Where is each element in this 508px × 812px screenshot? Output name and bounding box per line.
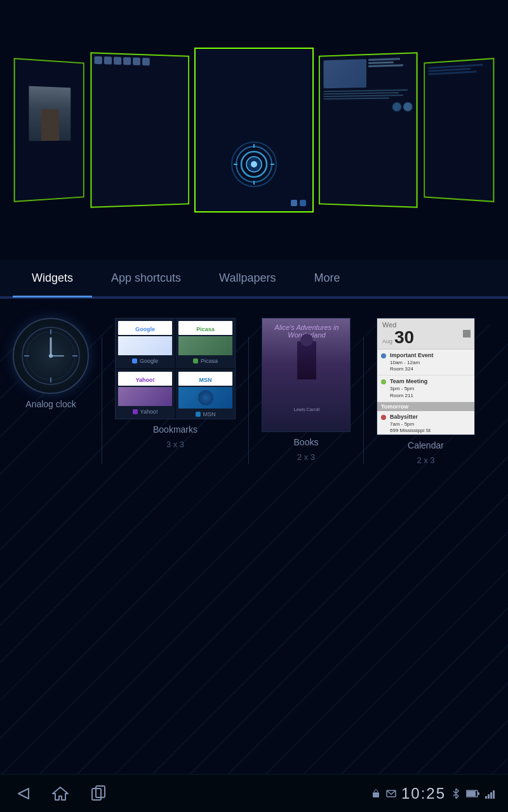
android-icon bbox=[371, 789, 381, 799]
photo-person bbox=[41, 109, 59, 141]
svg-rect-32 bbox=[490, 792, 492, 799]
far-right-content bbox=[425, 59, 493, 79]
bookmark-cell-picasa: Picasa Picasa bbox=[176, 318, 235, 368]
svg-rect-33 bbox=[493, 790, 495, 799]
divider-1 bbox=[102, 337, 102, 464]
mini-icon bbox=[133, 58, 141, 65]
google-text: Google bbox=[135, 326, 155, 332]
google-label: Google bbox=[118, 357, 172, 365]
preview-panel-far-left[interactable] bbox=[14, 58, 84, 202]
preview-panel-near-left[interactable] bbox=[91, 52, 190, 208]
book-figure-body bbox=[297, 341, 316, 379]
yahoo-logo-bg: Yahoo! bbox=[118, 372, 172, 386]
tabs-bar: Widgets App shortcuts Wallpapers More bbox=[0, 260, 508, 298]
tab-more-label: More bbox=[314, 272, 340, 284]
far-right-lines bbox=[428, 63, 489, 75]
analog-clock-face bbox=[13, 318, 89, 394]
tomorrow-event-location: 699 Mississippi St bbox=[390, 428, 431, 434]
svg-point-17 bbox=[49, 354, 53, 358]
svg-point-4 bbox=[251, 161, 257, 167]
preview-panel-near-right[interactable] bbox=[319, 52, 418, 208]
rpc-body-line-4 bbox=[323, 97, 389, 100]
event-1-title: Important Event bbox=[390, 352, 434, 360]
widget-calendar[interactable]: Wed Aug 30 Important Event 10am - 12am bbox=[377, 318, 475, 465]
books-thumb: Alice's Adventures in Wonderland Lewis C… bbox=[262, 318, 351, 432]
mini-icon bbox=[104, 56, 112, 65]
globe-icon bbox=[198, 390, 213, 405]
rpc-body bbox=[323, 89, 412, 112]
yahoo-icon-dot bbox=[133, 409, 138, 414]
widget-books[interactable]: Alice's Adventures in Wonderland Lewis C… bbox=[262, 318, 351, 462]
tab-more[interactable]: More bbox=[295, 260, 359, 296]
cal-month-day: Wed Aug 30 bbox=[382, 321, 414, 346]
picasa-label: Picasa bbox=[178, 357, 232, 365]
preview-panel-center[interactable] bbox=[194, 48, 313, 213]
calendar-event-1: Important Event 10am - 12am Room 324 bbox=[377, 350, 475, 376]
widget-bookmarks[interactable]: Google Google Picasa Pi bbox=[115, 318, 236, 449]
back-button[interactable] bbox=[13, 784, 32, 803]
tomorrow-event-dot bbox=[381, 415, 386, 420]
yahoo-label-text: Yahoo! bbox=[140, 409, 158, 415]
bookmark-cell-yahoo: Yahoo! Yahoo! bbox=[116, 369, 175, 419]
event-1-time: 10am - 12am bbox=[390, 360, 434, 366]
tab-app-shortcuts[interactable]: App shortcuts bbox=[92, 260, 200, 296]
tab-widgets[interactable]: Widgets bbox=[13, 260, 92, 296]
picasa-text: Picasa bbox=[196, 326, 215, 332]
calendar-header: Wed Aug 30 bbox=[377, 318, 475, 350]
status-bar: 10:25 bbox=[0, 774, 508, 812]
google-preview bbox=[118, 336, 172, 355]
yahoo-label: Yahoo! bbox=[118, 407, 172, 416]
tab-wallpapers[interactable]: Wallpapers bbox=[200, 260, 295, 296]
msn-label-text: MSN bbox=[203, 411, 216, 417]
svg-point-23 bbox=[373, 790, 375, 792]
email-icon bbox=[386, 789, 396, 799]
back-icon bbox=[13, 785, 31, 802]
tab-widgets-label: Widgets bbox=[32, 272, 73, 284]
yahoo-text: Yahoo! bbox=[135, 377, 154, 383]
svg-point-24 bbox=[377, 790, 378, 792]
msn-logo-bg: MSN bbox=[178, 372, 232, 386]
event-2-time: 3pm - 5pm bbox=[390, 386, 427, 392]
bookmark-cell-google: Google Google bbox=[116, 318, 175, 368]
google-logo-bg: Google bbox=[118, 321, 172, 335]
svg-rect-22 bbox=[373, 792, 379, 797]
event-2-dot bbox=[381, 379, 386, 384]
calendar-thumb: Wed Aug 30 Important Event 10am - 12am bbox=[377, 318, 475, 435]
analog-clock-name: Analog clock bbox=[25, 399, 76, 409]
recents-button[interactable] bbox=[89, 784, 108, 803]
mini-icon bbox=[124, 57, 131, 65]
calendar-size: 2 x 3 bbox=[417, 455, 434, 465]
rpc-line-2 bbox=[368, 62, 394, 64]
preview-panel-far-right[interactable] bbox=[424, 58, 494, 202]
tab-app-shortcuts-label: App shortcuts bbox=[111, 272, 181, 284]
picasa-preview bbox=[178, 336, 232, 355]
book-figure-head bbox=[300, 334, 313, 346]
rpc-text bbox=[368, 58, 403, 88]
svg-marker-19 bbox=[53, 787, 68, 800]
mini-icon bbox=[142, 58, 150, 65]
signal-icon bbox=[485, 789, 495, 799]
home-button[interactable] bbox=[51, 784, 70, 803]
glow-circle-svg bbox=[229, 139, 279, 190]
svg-rect-29 bbox=[478, 792, 479, 795]
rpc-img-bg bbox=[323, 59, 366, 88]
home-screen-previews bbox=[0, 0, 508, 260]
picasa-logo-bg: Picasa bbox=[178, 321, 232, 335]
glow-circle-container bbox=[229, 139, 279, 192]
msn-preview bbox=[178, 387, 232, 409]
bluetooth-icon bbox=[451, 789, 461, 799]
calendar-menu-icon bbox=[463, 330, 471, 337]
widget-analog-clock[interactable]: Analog clock bbox=[13, 318, 89, 409]
tab-wallpapers-label: Wallpapers bbox=[219, 272, 276, 284]
calendar-name: Calendar bbox=[408, 440, 444, 450]
book-illustration bbox=[281, 341, 332, 405]
svg-rect-28 bbox=[467, 791, 476, 796]
battery-icon bbox=[466, 789, 480, 798]
book-author: Lewis Carroll bbox=[294, 407, 319, 412]
rpc-body-line-3 bbox=[323, 95, 403, 97]
mini-icon-a bbox=[291, 200, 297, 206]
mini-icon bbox=[114, 57, 122, 65]
bookmarks-name: Bookmarks bbox=[153, 424, 197, 435]
event-2-location: Room 211 bbox=[390, 393, 427, 399]
divider-3 bbox=[363, 337, 364, 464]
